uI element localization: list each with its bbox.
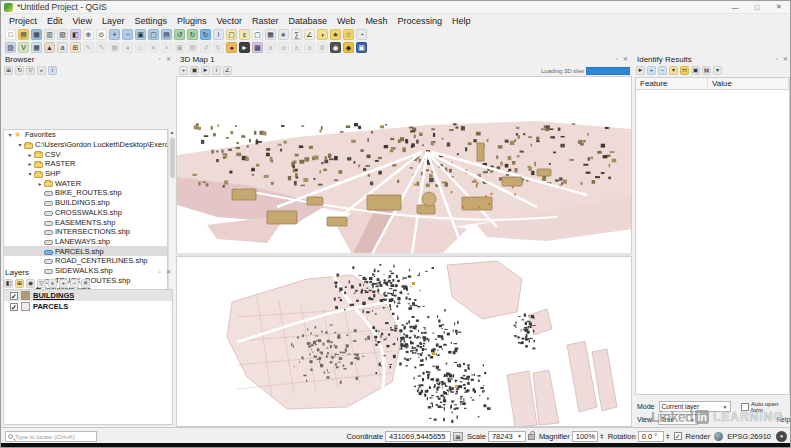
- coordinate-capture-icon[interactable]: ◆: [343, 42, 354, 53]
- zoom-last-icon[interactable]: ↺: [174, 29, 185, 40]
- temporal-controller-icon[interactable]: ◔: [356, 29, 367, 40]
- copy-features-icon[interactable]: ▣: [174, 42, 185, 53]
- properties-widget-icon[interactable]: i: [48, 66, 57, 75]
- identify-3d-icon[interactable]: i: [212, 66, 221, 75]
- measure-line-icon[interactable]: ∠: [304, 29, 315, 40]
- add-selected-layers-icon[interactable]: ⊞: [4, 66, 13, 75]
- layer-item-buildings[interactable]: ✓BUILDINGS: [4, 290, 172, 301]
- expander-icon[interactable]: ▸: [26, 151, 34, 158]
- render-checkbox[interactable]: ✓: [674, 432, 682, 440]
- animations-3d-icon[interactable]: ►: [201, 66, 210, 75]
- expander-icon[interactable]: ▾: [6, 131, 14, 138]
- magnifier-stepper[interactable]: ▲▼: [600, 433, 604, 440]
- select-by-expression-icon[interactable]: ε: [239, 29, 250, 40]
- tree-item-crosswalks-shp[interactable]: CROSSWALKS.shp: [4, 208, 167, 218]
- minimize-button[interactable]: —: [724, 1, 746, 14]
- menu-help[interactable]: Help: [447, 14, 476, 28]
- new-shapefile-layer-icon[interactable]: ⊞: [70, 42, 81, 53]
- open-project-icon[interactable]: ▤: [18, 29, 29, 40]
- python-console-icon[interactable]: ▣: [356, 42, 367, 53]
- redo-icon[interactable]: ↻: [213, 42, 224, 53]
- identify-select-icon[interactable]: ►: [636, 66, 645, 75]
- tree-item-bike-routes-shp[interactable]: BIKE_ROUTES.shp: [4, 188, 167, 198]
- statistical-summary-icon[interactable]: ∑: [291, 29, 302, 40]
- zoom-to-layer-icon[interactable]: ▤: [161, 29, 172, 40]
- deselect-all-icon[interactable]: ▢: [252, 29, 263, 40]
- menu-processing[interactable]: Processing: [392, 14, 447, 28]
- filter-browser-icon[interactable]: ▽: [26, 66, 35, 75]
- tree-item-raster[interactable]: ▸RASTER: [4, 159, 167, 169]
- menu-project[interactable]: Project: [4, 14, 42, 28]
- copy-feature-icon[interactable]: ▣: [691, 66, 700, 75]
- browser-float-icon[interactable]: ▫: [155, 55, 164, 64]
- menu-database[interactable]: Database: [284, 14, 333, 28]
- zoom-full-3d-icon[interactable]: ▣: [190, 66, 199, 75]
- open-layer-styling-icon[interactable]: ◧: [4, 279, 13, 288]
- layer-visibility-checkbox[interactable]: ✓: [10, 292, 18, 300]
- identify-help-button[interactable]: Help: [777, 416, 790, 423]
- snapping-options-icon[interactable]: ●: [226, 42, 237, 53]
- select-features-icon[interactable]: ▢: [226, 29, 237, 40]
- zoom-next-icon[interactable]: ↻: [187, 29, 198, 40]
- identify-close-icon[interactable]: ✕: [781, 55, 790, 64]
- new-print-layout-icon[interactable]: ▥: [44, 29, 55, 40]
- menu-settings[interactable]: Settings: [129, 14, 172, 28]
- street-view-icon[interactable]: ◉: [330, 42, 341, 53]
- collapse-all-browser-icon[interactable]: «: [37, 66, 46, 75]
- measure-3d-icon[interactable]: ∠: [223, 66, 232, 75]
- collapse-tree-icon[interactable]: −: [658, 66, 667, 75]
- vertex-tool-icon[interactable]: ◇: [135, 42, 146, 53]
- identify-features-icon[interactable]: i: [213, 29, 224, 40]
- label-toolbar-change-icon[interactable]: ⚙: [317, 42, 328, 53]
- add-group-icon[interactable]: ⊞: [15, 279, 24, 288]
- open-data-source-manager-icon[interactable]: ▨: [5, 42, 16, 53]
- zoom-out-icon[interactable]: −: [122, 29, 133, 40]
- menu-edit[interactable]: Edit: [42, 14, 68, 28]
- camera-control-icon[interactable]: +: [179, 66, 188, 75]
- identify-settings-dropdown-icon[interactable]: ▾: [713, 66, 722, 75]
- delete-selected-icon[interactable]: ✕: [148, 42, 159, 53]
- locator-search-input[interactable]: Type to locate (Ctrl+K): [5, 431, 97, 442]
- magnifier-input[interactable]: 100%: [572, 431, 598, 442]
- menu-web[interactable]: Web: [332, 14, 360, 28]
- identify-mode-select[interactable]: Current layer▼: [659, 401, 731, 412]
- scale-select[interactable]: 78243▼: [488, 431, 526, 442]
- style-manager-icon[interactable]: ◧: [70, 29, 81, 40]
- crs-status[interactable]: EPSG:26910: [727, 432, 771, 441]
- toggle-extents-icon[interactable]: ⊠: [453, 432, 463, 441]
- map3d-canvas[interactable]: [176, 76, 632, 254]
- tree-item-road-centerlines-shp[interactable]: ROAD_CENTERLINES.shp: [4, 256, 167, 266]
- save-layer-edits-icon[interactable]: ▦: [109, 42, 120, 53]
- menu-vector[interactable]: Vector: [211, 14, 247, 28]
- expander-icon[interactable]: ▾: [26, 170, 34, 177]
- toggle-editing-icon[interactable]: ✎: [96, 42, 107, 53]
- identify-column-feature[interactable]: Feature: [636, 78, 708, 90]
- map-tips-icon[interactable]: ◗: [317, 29, 328, 40]
- label-toolbar-show-hide-icon[interactable]: a: [291, 42, 302, 53]
- add-mesh-layer-icon[interactable]: ▲: [44, 42, 55, 53]
- browser-close-icon[interactable]: ✕: [164, 55, 173, 64]
- undo-icon[interactable]: ↺: [200, 42, 211, 53]
- auto-open-form-checkbox[interactable]: [741, 403, 749, 411]
- map3d-close-icon[interactable]: ✕: [621, 55, 630, 64]
- identify-view-select[interactable]: Tree▼: [658, 414, 698, 425]
- coordinate-input[interactable]: 431069,5445655: [385, 431, 451, 442]
- menu-mesh[interactable]: Mesh: [360, 14, 392, 28]
- new-project-icon[interactable]: □: [5, 29, 16, 40]
- tree-item-csv[interactable]: ▸CSV: [4, 149, 167, 159]
- refresh-map-icon[interactable]: ↻: [200, 29, 211, 40]
- current-edits-icon[interactable]: ✎: [83, 42, 94, 53]
- messages-icon[interactable]: ●: [776, 431, 787, 442]
- tree-item-laneways-shp[interactable]: LANEWAYS.shp: [4, 237, 167, 247]
- show-layout-manager-icon[interactable]: ▧: [57, 29, 68, 40]
- add-vector-layer-icon[interactable]: V: [18, 42, 29, 53]
- menu-layer[interactable]: Layer: [97, 14, 130, 28]
- tree-item-c-users-gordon-luckett-desktop-exercise-file[interactable]: ▾C:\Users\Gordon Luckett\Desktop\Exercis…: [4, 140, 167, 150]
- label-toolbar-move-icon[interactable]: a: [304, 42, 315, 53]
- expander-icon[interactable]: ▾: [16, 141, 24, 148]
- open-attribute-table-icon[interactable]: ▦: [265, 29, 276, 40]
- label-toolbar-highlight-icon[interactable]: a: [265, 42, 276, 53]
- maximize-button[interactable]: □: [746, 1, 768, 14]
- tree-item-favorites[interactable]: ▾Favorites: [4, 130, 167, 140]
- map2d-canvas[interactable]: [176, 256, 632, 427]
